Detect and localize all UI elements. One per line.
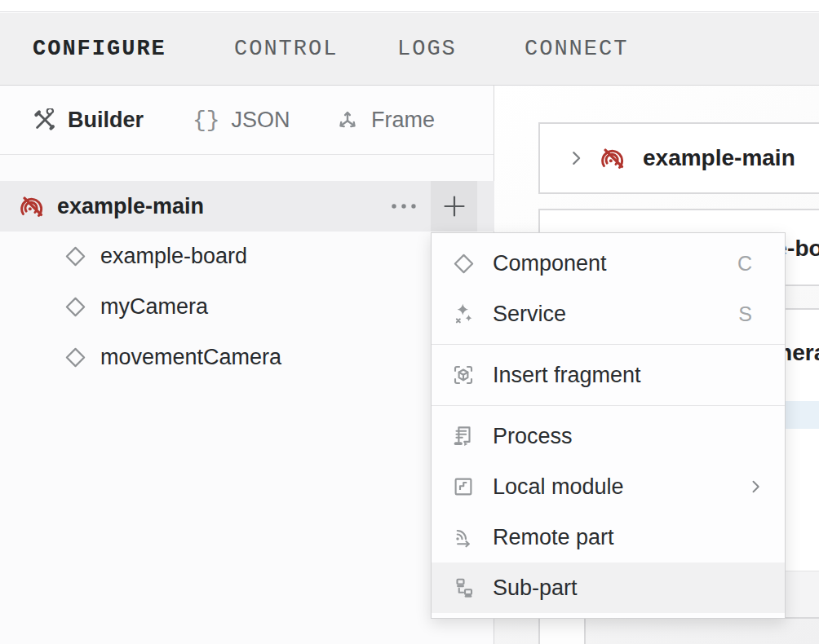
menu-section-fragment: Insert fragment (432, 345, 785, 405)
card-edge-fragment (538, 615, 586, 644)
service-sparkles-icon (451, 302, 476, 326)
view-tab-frame[interactable]: Frame (335, 86, 435, 154)
menu-item-component[interactable]: Component C (432, 238, 785, 289)
view-mode-toolbar: Builder {} JSON Frame (0, 86, 494, 155)
menu-item-label: Local module (493, 474, 747, 500)
menu-item-insert-fragment[interactable]: Insert fragment (432, 350, 785, 400)
crossed-tools-icon (33, 108, 56, 132)
menu-item-process[interactable]: Process (432, 411, 785, 461)
menu-item-label: Sub-part (493, 576, 764, 601)
menu-item-sub-part[interactable]: Sub-part (432, 562, 785, 613)
menu-section-types: Component C Service S (432, 233, 785, 344)
menu-item-service[interactable]: Service S (432, 289, 785, 339)
tree-item-label: myCamera (100, 294, 208, 320)
menu-item-label: Component (493, 251, 737, 276)
remote-part-icon (451, 525, 476, 549)
menu-item-label: Process (493, 424, 764, 449)
shortcut-key: C (737, 252, 752, 276)
tree-item-label: example-board (100, 244, 247, 269)
main-navbar: CONFIGURE CONTROL LOGS CONNECT (0, 13, 819, 86)
tab-logs[interactable]: LOGS (397, 13, 457, 85)
config-sidebar: Builder {} JSON Frame (0, 86, 494, 644)
tree-item-movementcamera[interactable]: movementCamera (0, 332, 494, 382)
tab-connect[interactable]: CONNECT (525, 13, 628, 85)
viam-configure-page: CONFIGURE CONTROL LOGS CONNECT Builder (0, 0, 819, 644)
part-card-title: example-main (643, 145, 795, 171)
shortcut-key: S (738, 302, 752, 326)
part-card-example-main[interactable]: example-main (538, 122, 819, 194)
builder-tab-label: Builder (68, 108, 144, 133)
braces-icon: {} (193, 108, 220, 133)
window-top-strip (0, 0, 819, 12)
component-diamond-icon (64, 295, 87, 319)
tree-item-label: movementCamera (100, 345, 281, 370)
view-tab-builder[interactable]: Builder (33, 86, 144, 154)
tree-item-example-board[interactable]: example-board (0, 231, 494, 281)
menu-item-remote-part[interactable]: Remote part (432, 512, 785, 562)
menu-item-label: Service (493, 302, 738, 327)
submenu-chevron-icon (747, 479, 764, 495)
fragment-cube-icon (451, 363, 476, 387)
frame-axes-icon (335, 108, 360, 132)
menu-section-advanced: Process Local module (432, 406, 785, 618)
menu-item-label: Insert fragment (493, 363, 764, 388)
menu-item-label: Remote part (493, 525, 764, 550)
connection-off-icon (600, 145, 626, 171)
chevron-right-icon[interactable] (567, 149, 585, 167)
connection-off-icon (20, 193, 46, 219)
view-tab-json[interactable]: {} JSON (193, 86, 290, 154)
frame-tab-label: Frame (371, 108, 435, 133)
more-options-button[interactable] (382, 181, 427, 232)
json-tab-label: JSON (232, 108, 290, 133)
component-diamond-icon (64, 245, 87, 268)
process-icon (451, 424, 476, 448)
add-item-button[interactable] (431, 181, 477, 232)
local-module-icon (451, 474, 476, 499)
component-diamond-icon (64, 346, 87, 369)
sub-part-icon (451, 576, 476, 600)
tree-root-example-main[interactable]: example-main (0, 181, 494, 232)
add-item-menu: Component C Service S (431, 232, 786, 619)
tree-root-label: example-main (57, 194, 204, 219)
ellipsis-icon (390, 202, 419, 210)
tab-control[interactable]: CONTROL (234, 13, 338, 85)
tab-configure[interactable]: CONFIGURE (33, 13, 166, 85)
component-diamond-icon (451, 251, 476, 276)
menu-item-local-module[interactable]: Local module (432, 461, 785, 512)
tree-item-mycamera[interactable]: myCamera (0, 281, 494, 332)
plus-icon (443, 195, 466, 218)
